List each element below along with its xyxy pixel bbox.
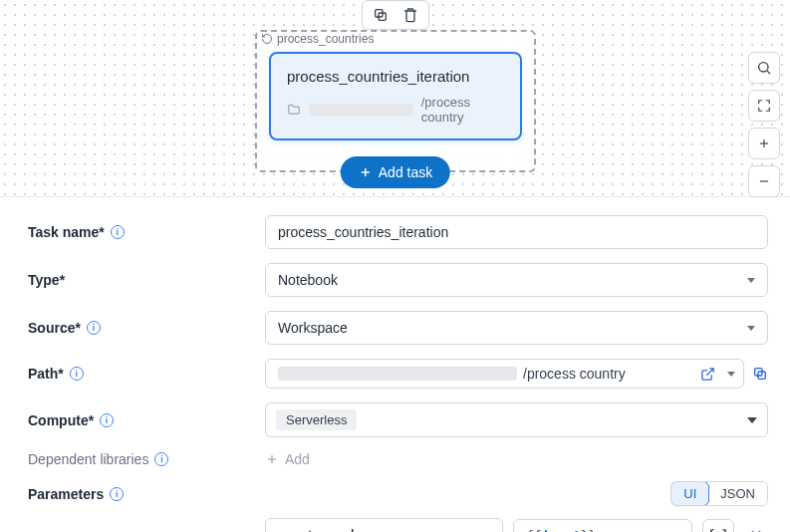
row-dependent-libraries: Dependent libraries i Add [28, 451, 768, 467]
row-parameters-header: Parameters i UI JSON [28, 481, 768, 506]
iteration-label-text: process_countries [277, 32, 374, 46]
chevron-down-icon [747, 326, 755, 331]
parameter-rows: {{input}} { } [265, 518, 768, 532]
source-select[interactable]: Workspace [265, 311, 768, 345]
task-card-path: /process country [287, 95, 504, 125]
label-compute-text: Compute* [28, 412, 94, 428]
row-path: Path* i /process country [28, 359, 768, 389]
parameter-row: {{input}} { } [265, 518, 768, 532]
label-task-name-text: Task name* [28, 224, 105, 240]
svg-point-2 [759, 63, 768, 72]
parameter-key-input[interactable] [265, 518, 503, 532]
task-card-title: process_countries_iteration [287, 68, 504, 85]
label-type: Type* [28, 272, 265, 288]
label-source: Source* i [28, 320, 265, 336]
chevron-down-icon [747, 278, 755, 283]
search-button[interactable] [748, 52, 780, 84]
info-icon[interactable]: i [111, 225, 125, 239]
parameter-expression-button[interactable]: { } [702, 519, 734, 532]
chevron-down-icon[interactable] [727, 372, 735, 377]
redacted-path [309, 104, 413, 116]
info-icon[interactable]: i [110, 487, 124, 501]
label-type-text: Type* [28, 272, 65, 288]
chevron-down-icon [747, 417, 757, 423]
zoom-in-button[interactable] [748, 128, 780, 159]
task-toolbar [362, 0, 429, 30]
compute-chip: Serverless [276, 409, 357, 430]
copy-path-icon[interactable] [752, 366, 768, 382]
row-source: Source* i Workspace [28, 311, 768, 345]
parameters-view-toggle: UI JSON [670, 481, 768, 506]
row-type: Type* Notebook [28, 263, 768, 297]
zoom-out-button[interactable] [748, 165, 780, 197]
iteration-label: process_countries [257, 30, 378, 48]
label-source-text: Source* [28, 320, 81, 336]
add-task-button[interactable]: Add task [341, 156, 450, 188]
label-parameters-text: Parameters [28, 486, 104, 502]
compute-select[interactable]: Serverless [265, 402, 768, 437]
task-card-path-suffix: /process country [421, 95, 504, 125]
label-path: Path* i [28, 366, 265, 382]
iteration-container[interactable]: process_countries process_countries_iter… [255, 30, 536, 172]
type-select-value: Notebook [278, 272, 338, 288]
label-compute: Compute* i [28, 412, 265, 428]
info-icon[interactable]: i [87, 321, 101, 335]
add-task-label: Add task [379, 164, 432, 180]
add-library-label: Add [285, 451, 310, 467]
parameter-value-input[interactable]: {{input}} [513, 519, 692, 533]
label-dependent-libraries: Dependent libraries i [28, 451, 265, 467]
row-task-name: Task name* i [28, 215, 768, 249]
external-link-icon[interactable] [700, 367, 715, 382]
task-name-input[interactable] [265, 215, 768, 249]
toggle-ui[interactable]: UI [670, 481, 709, 506]
path-input[interactable]: /process country [265, 359, 744, 389]
repeat-icon [261, 33, 273, 45]
trash-icon[interactable] [402, 7, 418, 23]
redacted-path [278, 367, 517, 381]
toggle-json[interactable]: JSON [708, 482, 767, 505]
plus-icon [359, 165, 373, 179]
info-icon[interactable]: i [100, 413, 114, 427]
brace-close: }} [581, 528, 597, 533]
info-icon[interactable]: i [70, 367, 84, 381]
task-card[interactable]: process_countries_iteration /process cou… [269, 52, 522, 140]
label-path-text: Path* [28, 366, 64, 382]
workflow-canvas: process_countries process_countries_iter… [0, 0, 790, 197]
task-form: Task name* i Type* Notebook Source* i Wo… [0, 197, 790, 532]
folder-icon [287, 103, 301, 117]
brace-open: {{ [526, 528, 542, 533]
svg-line-3 [767, 71, 770, 74]
braces-icon: { } [707, 528, 729, 532]
fullscreen-button[interactable] [748, 90, 780, 122]
label-task-name: Task name* i [28, 224, 265, 240]
type-select[interactable]: Notebook [265, 263, 768, 297]
label-parameters: Parameters i [28, 486, 265, 502]
info-icon[interactable]: i [154, 452, 168, 466]
plus-icon [265, 452, 279, 466]
add-library-button[interactable]: Add [265, 451, 768, 467]
source-select-value: Workspace [278, 320, 348, 336]
row-compute: Compute* i Serverless [28, 402, 768, 437]
label-dep-lib-text: Dependent libraries [28, 451, 148, 467]
canvas-controls [748, 52, 780, 197]
parameter-value-keyword: input [542, 528, 581, 533]
remove-parameter-button[interactable] [744, 523, 768, 532]
copy-icon[interactable] [373, 7, 389, 23]
path-suffix: /process country [523, 366, 626, 382]
